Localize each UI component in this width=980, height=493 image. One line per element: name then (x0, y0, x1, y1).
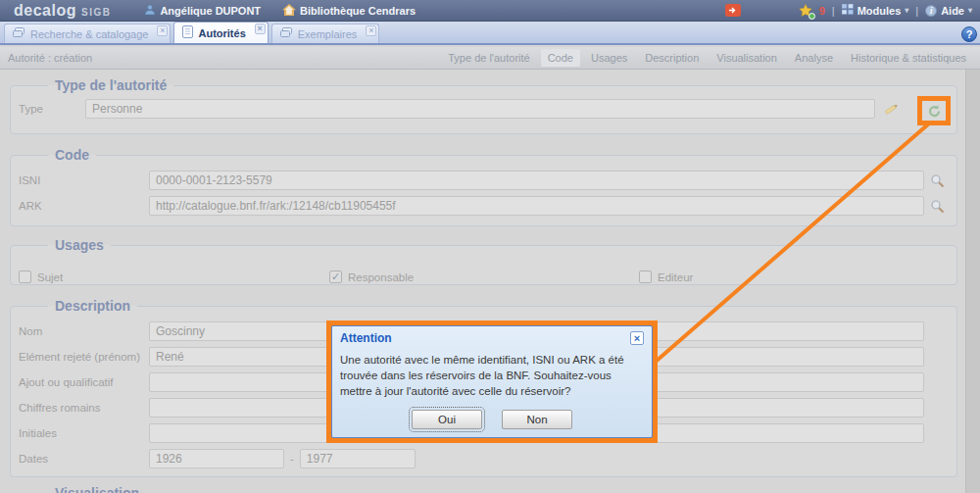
search-icon[interactable] (930, 199, 945, 214)
modules-label: Modules (858, 5, 902, 17)
nav-historique[interactable]: Historique & statistiques (851, 52, 966, 64)
close-icon[interactable]: × (157, 25, 168, 36)
no-button[interactable]: Non (502, 410, 572, 429)
info-icon: i (925, 5, 937, 17)
checkbox-responsable[interactable]: Responsable (329, 271, 639, 283)
tab-label: Exemplaires (298, 28, 358, 40)
section-code: Code ISNI ARK (10, 147, 957, 226)
help-menu[interactable]: i Aide ▾ (925, 5, 972, 17)
chevron-down-icon: ▾ (905, 6, 908, 15)
checkbox-label: Responsable (348, 271, 414, 283)
nav-usages[interactable]: Usages (591, 52, 627, 64)
close-icon[interactable]: × (630, 331, 644, 345)
checkbox-label: Editeur (658, 271, 693, 283)
tab-autorites[interactable]: Autorités × (173, 22, 268, 43)
checkbox-sujet[interactable]: Sujet (19, 271, 329, 283)
element-rejete-label: Elément rejeté (prénom) (19, 351, 149, 363)
ajout-qualificatif-label: Ajout ou qualificatif (19, 376, 149, 388)
tab-recherche-catalogage[interactable]: Recherche & catalogage × (4, 24, 171, 43)
section-legend: Type de l'autorité (48, 77, 173, 93)
breadcrumb-bar: Autorité : création Type de l'autorité C… (0, 47, 980, 70)
user-icon (144, 4, 156, 18)
close-icon[interactable]: × (255, 24, 266, 34)
type-label: Type (19, 103, 85, 115)
tab-label: Recherche & catalogage (30, 28, 148, 40)
favorites-count: 9 (819, 5, 825, 17)
search-icon[interactable] (930, 173, 945, 188)
section-usages: Usages Sujet Responsable Editeur (10, 237, 957, 285)
top-bar: decalog SIGB Angélique DUPONT Bibliothèq… (0, 0, 980, 22)
ark-label: ARK (19, 200, 149, 212)
dialog-title: Attention (340, 331, 392, 345)
papers-icon (13, 27, 25, 40)
section-nav: Type de l'autorité Code Usages Descripti… (448, 52, 966, 64)
type-input[interactable] (85, 99, 875, 119)
section-legend: Visualisation (48, 485, 146, 493)
logo-suffix: SIGB (81, 7, 111, 18)
nav-analyse[interactable]: Analyse (795, 52, 833, 64)
annotation-highlight-box (917, 96, 951, 125)
logout-icon[interactable] (725, 4, 741, 17)
initiales-label: Initiales (19, 427, 149, 439)
tab-strip: Recherche & catalogage × Autorités × Exe… (0, 22, 980, 45)
section-type-autorite: Type de l'autorité Type (10, 77, 957, 134)
library-name: Bibliothèque Cendrars (300, 5, 416, 17)
attention-dialog: Attention × Une autorité avec le même id… (326, 320, 658, 443)
app-logo: decalog SIGB (14, 2, 111, 20)
help-question-icon[interactable]: ? (961, 26, 977, 42)
yes-button[interactable]: Oui (412, 410, 482, 429)
separator: | (915, 5, 918, 17)
dates-label: Dates (19, 453, 149, 465)
home-icon (282, 4, 296, 18)
nav-type-autorite[interactable]: Type de l'autorité (448, 52, 529, 64)
isni-input[interactable] (149, 171, 924, 190)
checkbox-box[interactable] (19, 271, 31, 283)
dialog-message: Une autorité avec le même identifiant, I… (340, 353, 640, 400)
checkbox-label: Sujet (37, 271, 63, 283)
favorites-add-badge (808, 13, 815, 20)
logo-text: decalog (14, 2, 76, 20)
checkbox-box-checked[interactable] (329, 271, 342, 283)
modules-menu[interactable]: Modules ▾ (842, 4, 909, 17)
nom-label: Nom (19, 325, 149, 337)
close-icon[interactable]: × (366, 25, 376, 36)
tab-label: Autorités (198, 27, 245, 39)
nav-description[interactable]: Description (645, 52, 699, 64)
chiffres-romains-label: Chiffres romains (19, 402, 149, 414)
favorites-icon[interactable] (799, 4, 812, 18)
user-name: Angélique DUPONT (160, 5, 261, 17)
page-title: Autorité : création (8, 52, 92, 64)
date-from-input[interactable] (149, 449, 284, 468)
checkbox-box[interactable] (639, 271, 652, 283)
ark-input[interactable] (149, 196, 924, 216)
papers-icon (280, 27, 293, 40)
vertical-scrollbar[interactable] (965, 70, 980, 493)
section-legend: Description (48, 298, 137, 314)
nav-visualisation[interactable]: Visualisation (716, 52, 777, 64)
document-icon (182, 25, 193, 40)
checkbox-editeur[interactable]: Editeur (639, 271, 693, 283)
section-legend: Code (48, 147, 96, 163)
bnf-sync-button[interactable] (927, 104, 942, 119)
separator: | (832, 5, 835, 17)
date-to-input[interactable] (300, 449, 416, 468)
tab-exemplaires[interactable]: Exemplaires × (271, 24, 380, 43)
modules-grid-icon (842, 4, 854, 17)
edit-pencil-icon[interactable] (883, 101, 901, 117)
section-legend: Usages (48, 237, 111, 253)
user-menu[interactable]: Angélique DUPONT (144, 4, 261, 18)
chevron-down-icon: ▾ (968, 6, 972, 15)
isni-label: ISNI (19, 174, 149, 186)
section-visualisation: Visualisation (10, 485, 957, 493)
library-menu[interactable]: Bibliothèque Cendrars (282, 4, 416, 18)
date-separator: - (290, 453, 294, 465)
nav-code[interactable]: Code (541, 49, 580, 67)
help-label: Aide (941, 5, 964, 17)
